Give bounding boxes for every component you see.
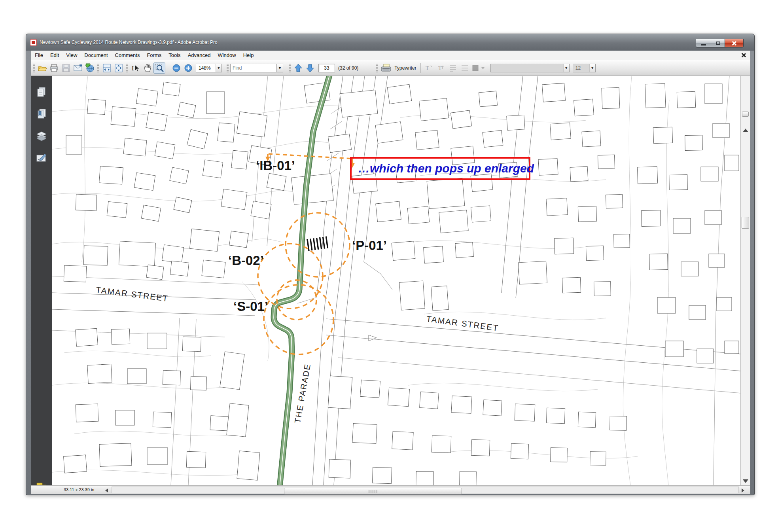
save-icon [62, 64, 70, 72]
fit-page-button[interactable] [113, 62, 125, 74]
maximize-button[interactable] [711, 39, 725, 47]
signatures-panel-button[interactable] [35, 151, 48, 164]
building-outline [479, 91, 498, 107]
building-outline [76, 404, 98, 422]
building-outline [586, 246, 604, 261]
building-outline [570, 167, 588, 182]
toolbar-grip[interactable] [126, 64, 128, 72]
menu-edit[interactable]: Edit [47, 51, 62, 60]
zoom-out-button[interactable] [170, 62, 182, 74]
document-pane[interactable]: ‘IB-01’ ‘P-01’ ‘B-02’ ‘S-01’ TAMAR STREE… [52, 76, 740, 485]
close-document-icon[interactable] [741, 52, 747, 58]
zoom-in-button[interactable] [182, 62, 194, 74]
scroll-left-icon[interactable] [105, 488, 108, 492]
typewriter-label[interactable]: Typewriter [394, 65, 416, 71]
hand-tool-button[interactable] [142, 62, 153, 74]
building-outline [162, 245, 184, 263]
pages-icon [36, 86, 47, 97]
building-outline [602, 87, 620, 109]
building-outline [251, 201, 271, 219]
building-outline [705, 210, 721, 225]
font-family-combo[interactable]: ▼ [490, 64, 570, 72]
menu-file[interactable]: File [31, 51, 47, 60]
building-outline [450, 110, 471, 129]
zoom-level-combo[interactable]: 148% ▼ [196, 64, 222, 72]
building-outline [562, 277, 581, 293]
email-button[interactable] [72, 62, 84, 74]
menu-document[interactable]: Document [81, 51, 111, 60]
toolbar-grip[interactable] [289, 64, 291, 72]
menu-comments[interactable]: Comments [112, 51, 144, 60]
typewriter-button[interactable] [379, 62, 393, 74]
map-label-ib01: ‘IB-01’ [256, 158, 295, 173]
building-outline [111, 106, 136, 126]
menu-view[interactable]: View [62, 51, 81, 60]
building-outline [119, 241, 155, 267]
scroll-down-icon[interactable] [743, 479, 748, 483]
save-button[interactable] [60, 62, 72, 74]
callout-box: …which then pops up enlarged [350, 157, 530, 180]
vertical-scrollbar[interactable] [740, 76, 750, 485]
pages-panel-button[interactable] [35, 85, 48, 98]
find-input[interactable] [230, 64, 277, 72]
pdf-file-icon [30, 39, 37, 46]
text-size-icon: T [437, 64, 445, 72]
horizontal-scrollbar-thumb[interactable] [284, 488, 462, 494]
next-page-button[interactable] [304, 62, 316, 74]
building-outline [554, 238, 574, 254]
chevron-down-icon[interactable]: ▼ [216, 64, 221, 72]
building-outline [511, 443, 528, 459]
toolbar-grip[interactable] [227, 64, 229, 72]
line-spacing-decrease-button[interactable] [447, 62, 459, 74]
minimize-button[interactable] [696, 39, 711, 47]
bookmarks-panel-button[interactable] [35, 107, 48, 120]
building-outline [582, 131, 601, 147]
scroll-right-icon[interactable] [742, 488, 744, 492]
text-color-button[interactable] [471, 62, 486, 74]
menu-window[interactable]: Window [214, 51, 239, 60]
title-bar[interactable]: Newtown Safe Cycleway 2014 Route Network… [26, 34, 754, 51]
menu-help[interactable]: Help [240, 51, 257, 60]
marquee-zoom-button[interactable] [153, 62, 165, 74]
share-button[interactable] [84, 62, 96, 74]
building-outline [146, 265, 164, 279]
fit-page-icon [114, 63, 123, 73]
bookmarks-icon [36, 108, 47, 119]
layers-panel-button[interactable] [35, 130, 48, 142]
text-size-icon: T [425, 64, 433, 72]
menu-forms[interactable]: Forms [143, 51, 165, 60]
scrollbar-split-button[interactable] [742, 112, 749, 117]
toolbar-grip[interactable] [97, 64, 99, 72]
menu-advanced[interactable]: Advanced [184, 51, 214, 60]
building-outline [76, 328, 98, 346]
print-button[interactable] [48, 62, 60, 74]
text-larger-button[interactable]: T [435, 62, 447, 74]
building-outline [340, 90, 378, 117]
select-tool-button[interactable]: I [130, 62, 142, 74]
font-size-combo[interactable]: 12 ▼ [573, 64, 596, 72]
horizontal-scrollbar[interactable] [112, 487, 739, 493]
building-outline [709, 254, 725, 267]
page-number-input[interactable] [318, 64, 335, 72]
building-outline [606, 194, 623, 208]
building-outline [392, 432, 413, 450]
open-button[interactable] [36, 62, 48, 74]
find-options-button[interactable]: ▼ [277, 64, 283, 72]
building-outline [388, 388, 410, 407]
building-outline [221, 189, 247, 210]
line-spacing-increase-button[interactable] [459, 62, 471, 74]
building-outline [546, 198, 568, 216]
scroll-pages-button[interactable] [101, 62, 113, 74]
previous-page-button[interactable] [292, 62, 304, 74]
text-smaller-button[interactable]: T [423, 62, 435, 74]
scroll-up-icon[interactable] [743, 129, 748, 132]
building-outline [471, 439, 490, 456]
vertical-scrollbar-thumb[interactable] [742, 217, 749, 229]
toolbar-grip[interactable] [33, 64, 35, 72]
building-outline [550, 123, 571, 140]
building-outline [578, 206, 596, 222]
close-button[interactable] [725, 39, 744, 47]
building-outline [669, 175, 688, 190]
menu-tools[interactable]: Tools [165, 51, 184, 60]
toolbar-grip[interactable] [376, 64, 378, 72]
